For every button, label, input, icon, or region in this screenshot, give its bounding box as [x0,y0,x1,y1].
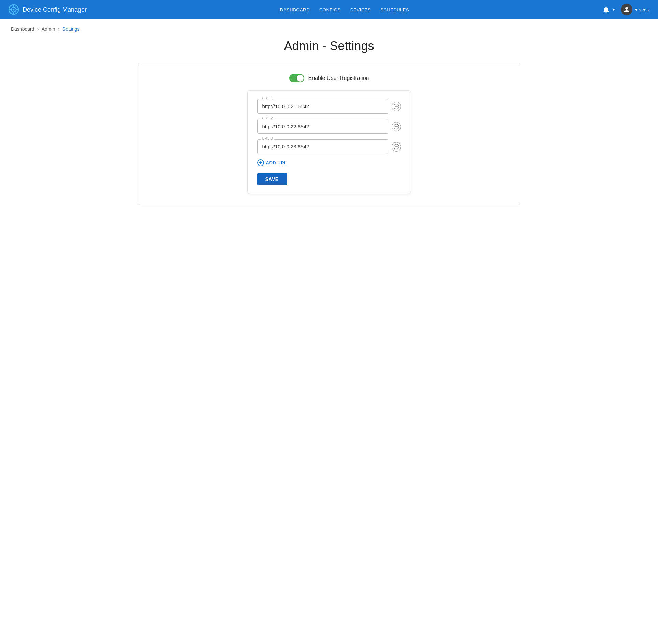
nav-right: ▼ ▼ versx [602,4,650,15]
breadcrumb-dashboard[interactable]: Dashboard [11,26,34,32]
avatar [621,4,632,15]
url-field-row-3: URL 3 [257,139,401,154]
minus-circle-icon-1 [393,103,400,110]
enable-registration-toggle[interactable] [289,74,304,82]
url-field-wrapper-3: URL 3 [257,139,388,154]
url-field-row-2: URL 2 [257,119,401,134]
url-1-input[interactable] [257,99,388,114]
toggle-row: Enable User Registration [152,74,506,82]
url-3-label: URL 3 [261,136,274,140]
nav-schedules[interactable]: SCHEDULES [380,7,409,12]
remove-url-2-button[interactable] [392,122,401,131]
toggle-thumb [297,75,304,82]
brand-label: Device Config Manager [23,6,87,13]
toggle-label: Enable User Registration [308,75,369,81]
page-title: Admin - Settings [0,39,658,53]
brand-icon [8,4,19,15]
remove-url-3-button[interactable] [392,142,401,152]
settings-card-outer: Enable User Registration URL 1 [138,63,520,205]
breadcrumb-sep-2: › [58,26,60,32]
url-3-input[interactable] [257,139,388,154]
add-url-icon: + [257,159,264,166]
url-2-input[interactable] [257,119,388,134]
breadcrumb: Dashboard › Admin › Settings [0,19,658,39]
brand: Device Config Manager [8,4,87,15]
url-form-card: URL 1 URL 2 [247,90,411,194]
main-content: Enable User Registration URL 1 [0,63,658,205]
nav-configs[interactable]: CONFIGS [319,7,341,12]
svg-point-2 [13,9,15,11]
url-field-wrapper-2: URL 2 [257,119,388,134]
navbar: Device Config Manager DASHBOARD CONFIGS … [0,0,658,19]
breadcrumb-sep-1: › [37,26,39,32]
minus-circle-icon-3 [393,143,400,150]
breadcrumb-settings: Settings [62,26,80,32]
user-menu-button[interactable]: ▼ versx [621,4,650,15]
remove-url-1-button[interactable] [392,102,401,111]
notification-chevron: ▼ [612,8,615,12]
person-icon [623,6,630,13]
nav-dashboard[interactable]: DASHBOARD [280,7,310,12]
add-url-row[interactable]: + ADD URL [257,159,401,166]
nav-devices[interactable]: DEVICES [350,7,371,12]
url-field-row-1: URL 1 [257,99,401,114]
minus-circle-icon-2 [393,123,400,130]
page-title-container: Admin - Settings [0,39,658,53]
url-field-wrapper-1: URL 1 [257,99,388,114]
navbar-links: DASHBOARD CONFIGS DEVICES SCHEDULES [280,7,409,12]
user-label: versx [639,7,650,12]
url-2-label: URL 2 [261,116,274,120]
toggle-track [289,74,304,82]
bell-icon [602,6,610,13]
notification-button[interactable]: ▼ [602,6,615,13]
save-button[interactable]: SAVE [257,173,287,185]
user-chevron: ▼ [634,8,638,12]
add-url-label: ADD URL [266,160,287,166]
breadcrumb-admin[interactable]: Admin [42,26,55,32]
url-1-label: URL 1 [261,96,274,100]
